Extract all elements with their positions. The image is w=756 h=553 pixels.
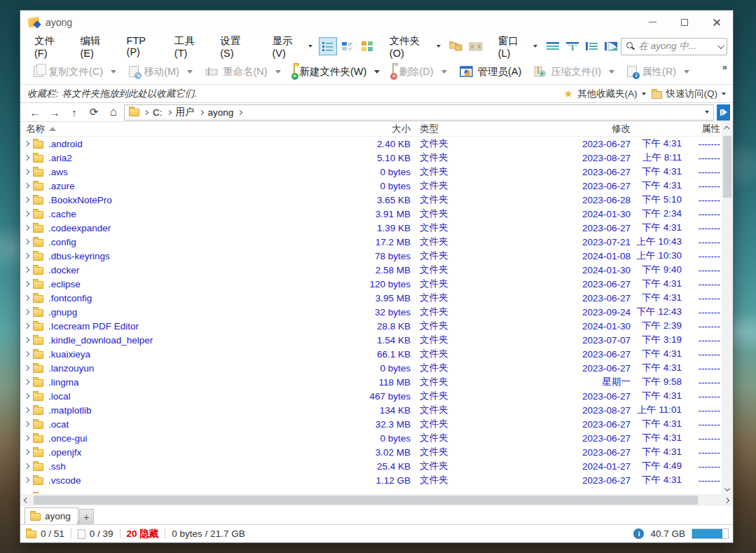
file-row[interactable]: .once-gui 0 bytes 文件夹 2023-06-27 下午 4:31… [20, 431, 733, 445]
expand-chevron-icon[interactable] [24, 267, 29, 273]
file-row[interactable]: .android 2.40 KB 文件夹 2023-06-27 下午 4:31 … [20, 137, 733, 151]
expand-chevron-icon[interactable] [24, 295, 29, 301]
file-row[interactable]: .local 467 bytes 文件夹 2023-06-27 下午 4:31 … [20, 389, 733, 403]
file-row[interactable]: .aria2 5.10 KB 文件夹 2023-08-27 上午 8:11 --… [20, 151, 733, 165]
expand-chevron-icon[interactable] [24, 435, 29, 441]
new-tab-button[interactable]: + [79, 509, 94, 524]
breadcrumb-drive[interactable]: C: [153, 107, 163, 118]
file-row[interactable]: .aws 0 bytes 文件夹 2023-06-27 下午 4:31 ----… [20, 165, 733, 179]
toolbar-overflow-button[interactable]: » [722, 62, 727, 72]
file-row[interactable]: .docker 2.58 MB 文件夹 2024-01-30 下午 9:40 -… [20, 263, 733, 277]
menu-window[interactable]: 窗口(L) [493, 31, 543, 62]
expand-chevron-icon[interactable] [24, 211, 29, 217]
expand-chevron-icon[interactable] [24, 169, 29, 175]
file-row[interactable]: .eclipse 120 bytes 文件夹 2023-06-27 下午 4:3… [20, 277, 733, 291]
file-name[interactable]: .local [48, 391, 327, 402]
expand-chevron-icon[interactable] [24, 183, 29, 189]
file-name[interactable]: .matplotlib [48, 405, 327, 416]
layout-list-button[interactable] [583, 37, 601, 55]
file-name[interactable]: .once-gui [48, 433, 327, 444]
layout-horizontal-button[interactable] [544, 37, 562, 55]
expand-chevron-icon[interactable] [24, 379, 29, 385]
expand-chevron-icon[interactable] [24, 155, 29, 161]
address-dropdown-button[interactable] [705, 111, 709, 114]
menu-edit[interactable]: 编辑(E) [73, 31, 119, 62]
go-button[interactable] [717, 104, 730, 121]
view-list-button[interactable] [338, 37, 357, 55]
breadcrumb-ayong[interactable]: ayong [208, 107, 234, 118]
column-header-type[interactable]: 类型 [420, 123, 469, 135]
expand-chevron-icon[interactable] [24, 337, 29, 343]
menu-settings[interactable]: 设置(S) [213, 31, 259, 62]
file-row[interactable]: .lanzouyun 0 bytes 文件夹 2023-06-27 下午 4:3… [20, 361, 733, 375]
scroll-left-button[interactable] [20, 498, 33, 503]
file-name[interactable]: .lanzouyun [48, 363, 327, 374]
file-row[interactable]: .ocat 32.3 MB 文件夹 2023-06-27 下午 4:31 ---… [20, 417, 733, 431]
file-name[interactable]: .Icecream PDF Editor [48, 321, 327, 332]
file-name[interactable]: .lingma [48, 377, 327, 388]
breadcrumb-users[interactable]: 用户 [176, 106, 195, 118]
column-header-attributes[interactable]: 属性 [682, 123, 720, 135]
expand-chevron-icon[interactable] [24, 421, 29, 427]
menu-folders[interactable]: 文件夹(O) [384, 31, 446, 62]
file-row[interactable]: .azure 0 bytes 文件夹 2023-06-27 下午 4:31 --… [20, 179, 733, 193]
file-name[interactable]: .cache [48, 209, 327, 219]
scroll-up-button[interactable] [722, 122, 733, 134]
file-name[interactable]: .kindle_download_helper [48, 335, 327, 346]
file-name[interactable]: .android [48, 139, 327, 149]
expand-chevron-icon[interactable] [24, 351, 29, 357]
search-box[interactable]: 在 ayong 中... [621, 38, 727, 55]
file-name[interactable]: .kuaixieya [48, 349, 327, 360]
horizontal-scroll-thumb[interactable] [34, 496, 698, 505]
other-favorites-button[interactable]: ★ 其他收藏夹(A) [564, 88, 646, 100]
admin-button[interactable]: 管理员(A) [453, 62, 528, 81]
file-row[interactable]: .lingma 118 MB 文件夹 星期一 下午 9:58 ------- [20, 375, 733, 389]
folder-pair-button[interactable] [447, 37, 465, 55]
maximize-button[interactable] [668, 11, 701, 34]
file-name[interactable]: .config [48, 237, 327, 247]
quick-access-button[interactable]: 快速访问(Q) [652, 88, 727, 100]
file-name[interactable]: .azure [48, 181, 327, 191]
expand-chevron-icon[interactable] [24, 407, 29, 413]
file-row[interactable]: .matplotlib 134 KB 文件夹 2023-08-27 上午 11:… [20, 403, 733, 417]
rename-button[interactable]: 重命名(N) [199, 62, 287, 81]
file-row[interactable]: .cache 3.91 MB 文件夹 2024-01-30 下午 2:34 --… [20, 207, 733, 221]
close-button[interactable] [701, 11, 733, 34]
file-row[interactable]: .Icecream PDF Editor 28.8 KB 文件夹 2024-01… [20, 319, 733, 333]
refresh-button[interactable]: ⟳ [85, 106, 103, 118]
file-row[interactable]: .gnupg 32 bytes 文件夹 2023-09-24 下午 12:43 … [20, 305, 733, 319]
search-input[interactable]: 在 ayong 中... [638, 40, 714, 53]
file-name[interactable]: .fontconfig [48, 293, 327, 303]
file-name[interactable]: .gnupg [48, 307, 327, 318]
menu-tools[interactable]: 工具(T) [167, 31, 213, 62]
expand-chevron-icon[interactable] [24, 225, 29, 231]
layout-preview-button[interactable] [602, 37, 620, 55]
expand-chevron-icon[interactable] [24, 239, 29, 245]
properties-button[interactable]: i 属性(R) [621, 62, 696, 81]
file-name[interactable]: .BookxNotePro [48, 195, 327, 205]
compress-button[interactable]: 压缩文件(I) [528, 62, 621, 81]
expand-chevron-icon[interactable] [24, 323, 29, 329]
home-button[interactable]: ⌂ [104, 105, 123, 119]
file-name[interactable]: .ssh [48, 461, 327, 472]
expand-chevron-icon[interactable] [24, 365, 29, 371]
file-row[interactable]: .config 17.2 MB 文件夹 2023-07-21 上午 10:43 … [20, 235, 733, 249]
up-button[interactable]: ↑ [65, 107, 83, 118]
column-header-name[interactable]: 名称 [20, 123, 327, 135]
copy-button[interactable]: 复制文件(C) [27, 62, 123, 81]
expand-chevron-icon[interactable] [24, 281, 29, 287]
file-name[interactable]: .docker [48, 265, 327, 275]
tab-ayong[interactable]: ayong [25, 507, 78, 524]
horizontal-scrollbar[interactable] [20, 494, 733, 506]
info-icon[interactable]: i [633, 528, 644, 539]
file-row[interactable]: .BookxNotePro 3.65 KB 文件夹 2023-06-28 下午 … [20, 193, 733, 207]
file-row[interactable]: .vscode 1.12 GB 文件夹 2023-06-27 下午 4:31 -… [20, 473, 733, 487]
expand-chevron-icon[interactable] [24, 197, 29, 203]
file-row[interactable]: .codeexpander 1.39 KB 文件夹 2023-06-27 下午 … [20, 221, 733, 235]
file-name[interactable]: .vscode [48, 475, 327, 486]
file-name[interactable]: .eclipse [48, 279, 327, 289]
breadcrumb[interactable]: C: 用户 ayong [124, 104, 714, 121]
minimize-button[interactable] [636, 11, 668, 34]
view-tiles-button[interactable] [358, 37, 376, 55]
move-button[interactable]: ↘ 移动(M) [123, 62, 199, 81]
